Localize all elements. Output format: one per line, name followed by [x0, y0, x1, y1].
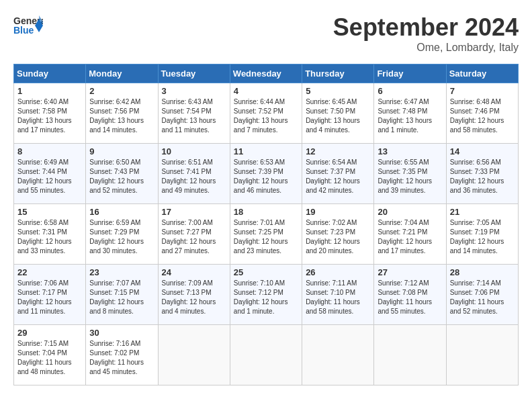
- table-row: 3Sunrise: 6:43 AMSunset: 7:54 PMDaylight…: [158, 83, 230, 144]
- table-row: [374, 325, 446, 385]
- table-row: 14Sunrise: 6:56 AMSunset: 7:33 PMDayligh…: [446, 144, 518, 204]
- col-header-wednesday: Wednesday: [230, 64, 302, 83]
- table-row: [446, 325, 518, 385]
- table-row: 30Sunrise: 7:16 AMSunset: 7:02 PMDayligh…: [86, 325, 158, 385]
- col-header-saturday: Saturday: [446, 64, 518, 83]
- table-row: 17Sunrise: 7:00 AMSunset: 7:27 PMDayligh…: [158, 204, 230, 265]
- title-block: September 2024 Ome, Lombardy, Italy: [333, 13, 519, 54]
- logo-icon: General Blue: [13, 13, 43, 39]
- location: Ome, Lombardy, Italy: [333, 42, 519, 54]
- table-row: 6Sunrise: 6:47 AMSunset: 7:48 PMDaylight…: [374, 83, 446, 144]
- table-row: [158, 325, 230, 385]
- table-row: [230, 325, 302, 385]
- col-header-friday: Friday: [374, 64, 446, 83]
- logo: General Blue: [13, 13, 43, 39]
- table-row: 5Sunrise: 6:45 AMSunset: 7:50 PMDaylight…: [302, 83, 374, 144]
- calendar-table: SundayMondayTuesdayWednesdayThursdayFrid…: [13, 64, 519, 385]
- table-row: 8Sunrise: 6:49 AMSunset: 7:44 PMDaylight…: [14, 144, 86, 204]
- table-row: 7Sunrise: 6:48 AMSunset: 7:46 PMDaylight…: [446, 83, 518, 144]
- table-row: 18Sunrise: 7:01 AMSunset: 7:25 PMDayligh…: [230, 204, 302, 265]
- table-row: 16Sunrise: 6:59 AMSunset: 7:29 PMDayligh…: [86, 204, 158, 265]
- table-row: 22Sunrise: 7:06 AMSunset: 7:17 PMDayligh…: [14, 265, 86, 325]
- table-row: 23Sunrise: 7:07 AMSunset: 7:15 PMDayligh…: [86, 265, 158, 325]
- table-row: 21Sunrise: 7:05 AMSunset: 7:19 PMDayligh…: [446, 204, 518, 265]
- col-header-thursday: Thursday: [302, 64, 374, 83]
- table-row: 27Sunrise: 7:12 AMSunset: 7:08 PMDayligh…: [374, 265, 446, 325]
- col-header-sunday: Sunday: [14, 64, 86, 83]
- table-row: 20Sunrise: 7:04 AMSunset: 7:21 PMDayligh…: [374, 204, 446, 265]
- table-row: [302, 325, 374, 385]
- table-row: 28Sunrise: 7:14 AMSunset: 7:06 PMDayligh…: [446, 265, 518, 325]
- table-row: 29Sunrise: 7:15 AMSunset: 7:04 PMDayligh…: [14, 325, 86, 385]
- svg-text:Blue: Blue: [13, 25, 34, 36]
- table-row: 2Sunrise: 6:42 AMSunset: 7:56 PMDaylight…: [86, 83, 158, 144]
- table-row: 19Sunrise: 7:02 AMSunset: 7:23 PMDayligh…: [302, 204, 374, 265]
- table-row: 12Sunrise: 6:54 AMSunset: 7:37 PMDayligh…: [302, 144, 374, 204]
- table-row: 26Sunrise: 7:11 AMSunset: 7:10 PMDayligh…: [302, 265, 374, 325]
- col-header-tuesday: Tuesday: [158, 64, 230, 83]
- table-row: 10Sunrise: 6:51 AMSunset: 7:41 PMDayligh…: [158, 144, 230, 204]
- table-row: 25Sunrise: 7:10 AMSunset: 7:12 PMDayligh…: [230, 265, 302, 325]
- table-row: 11Sunrise: 6:53 AMSunset: 7:39 PMDayligh…: [230, 144, 302, 204]
- table-row: 9Sunrise: 6:50 AMSunset: 7:43 PMDaylight…: [86, 144, 158, 204]
- table-row: 13Sunrise: 6:55 AMSunset: 7:35 PMDayligh…: [374, 144, 446, 204]
- table-row: 15Sunrise: 6:58 AMSunset: 7:31 PMDayligh…: [14, 204, 86, 265]
- month-title: September 2024: [333, 13, 519, 42]
- col-header-monday: Monday: [86, 64, 158, 83]
- table-row: 1Sunrise: 6:40 AMSunset: 7:58 PMDaylight…: [14, 83, 86, 144]
- table-row: 24Sunrise: 7:09 AMSunset: 7:13 PMDayligh…: [158, 265, 230, 325]
- table-row: 4Sunrise: 6:44 AMSunset: 7:52 PMDaylight…: [230, 83, 302, 144]
